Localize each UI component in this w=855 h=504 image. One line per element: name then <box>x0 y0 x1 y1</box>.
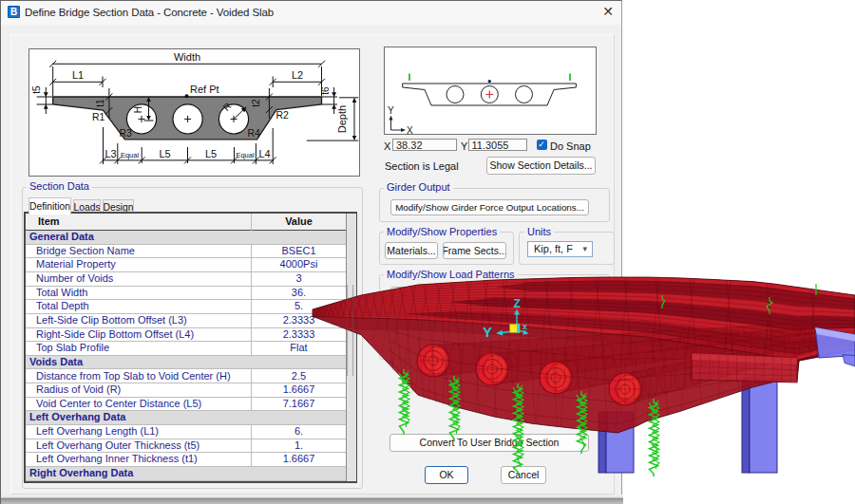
svg-text:L4: L4 <box>258 148 270 159</box>
svg-text:R4: R4 <box>248 127 261 139</box>
svg-text:L5: L5 <box>159 148 170 159</box>
svg-text:L1: L1 <box>72 69 84 81</box>
svg-text:Y: Y <box>388 105 394 116</box>
svg-text:Depth: Depth <box>336 105 348 133</box>
svg-text:X: X <box>407 125 413 135</box>
svg-text:H: H <box>133 106 143 113</box>
svg-text:x: x <box>522 322 527 331</box>
svg-text:Z: Z <box>514 297 521 310</box>
svg-text:R2: R2 <box>276 109 290 121</box>
svg-text:L3: L3 <box>104 148 116 159</box>
svg-text:t1: t1 <box>95 99 105 107</box>
svg-text:R1: R1 <box>92 111 105 122</box>
svg-text:Width: Width <box>174 51 200 63</box>
svg-text:R3: R3 <box>120 127 133 139</box>
svg-text:t5: t5 <box>31 85 42 94</box>
svg-text:t2: t2 <box>251 99 261 107</box>
svg-text:L5: L5 <box>205 148 217 159</box>
svg-text:Ref Pt: Ref Pt <box>190 84 219 95</box>
svg-text:t6: t6 <box>320 86 331 95</box>
svg-text:Equal: Equal <box>236 151 255 159</box>
svg-text:Equal: Equal <box>121 151 140 159</box>
svg-text:L2: L2 <box>292 69 303 81</box>
svg-text:Y: Y <box>483 324 492 340</box>
